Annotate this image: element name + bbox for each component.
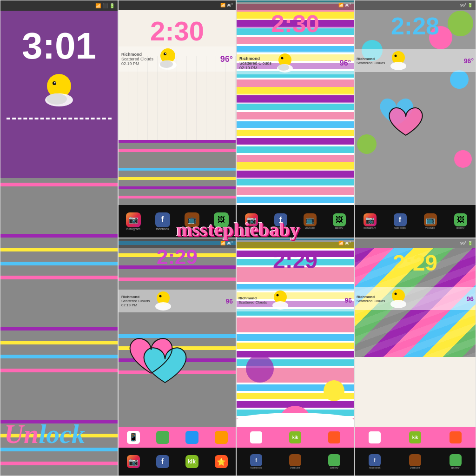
panel-3-top: 📶 96° 2:30 Richmond Scattered Clouds 02:… <box>236 0 354 238</box>
svg-point-11 <box>281 57 284 60</box>
unlock-text[interactable]: Unlock <box>4 421 85 448</box>
app-gall-p4b[interactable]: gallery <box>450 454 462 469</box>
app-gall-p3b[interactable]: gallery <box>328 454 340 469</box>
cloud-p3b <box>237 413 354 427</box>
fb-lbl-p4t: facebook <box>394 226 405 229</box>
svg-point-6 <box>164 53 166 55</box>
status-bar-p2b: 📶 96° <box>119 238 236 248</box>
phone-icon-p2b[interactable]: 📱 <box>127 431 140 444</box>
svg-point-13 <box>278 64 289 71</box>
time-p4b: 2:29 <box>355 250 476 276</box>
svg-point-24 <box>395 293 397 295</box>
instagram-icon: 📷 <box>126 212 141 227</box>
phone-p3b[interactable] <box>250 431 262 443</box>
app-fb-p4b[interactable]: f facebook <box>369 454 381 469</box>
tv-icon-p3b <box>289 454 301 466</box>
app-fb-p3b[interactable]: f facebook <box>250 454 262 469</box>
temp-p4b: 96 <box>466 295 474 303</box>
app-fb-p4t[interactable]: f facebook <box>394 213 407 229</box>
youtube-label: youtube <box>186 227 198 231</box>
lock-top: 3:01 <box>0 11 118 178</box>
app-p3b[interactable] <box>328 431 340 443</box>
status-icons-p4t: 96° 🔋 <box>460 3 473 7</box>
svg-point-22 <box>272 301 288 310</box>
svg-point-19 <box>155 302 171 311</box>
app-dock-p3b: f facebook youtube gallery <box>237 448 354 476</box>
insta-lbl-p3t: instagram <box>245 226 257 229</box>
app-instagram-p2t[interactable]: 📷 instagram <box>126 212 141 231</box>
tv-icon-p4t: 📺 <box>424 213 437 226</box>
city-p3t: Richmond <box>239 56 271 61</box>
app-insta-p2b[interactable]: 📷 <box>127 455 140 468</box>
status-bar-p2t: 📶 96° <box>119 0 236 10</box>
instagram-icon-p3t: 📷 <box>245 213 258 226</box>
pink-row-p2b: 📱 <box>119 427 236 448</box>
weather-p4b: Richmond Scattered Clouds 96 <box>355 287 476 310</box>
panel-4-bottom: 96° 🔋 2:29 Richmond Scattered Clouds 96 <box>354 238 476 476</box>
app-star-p2b[interactable]: ⭐ <box>215 455 228 468</box>
kik-p3b[interactable]: kik <box>289 431 301 443</box>
chick-p3t <box>273 53 297 73</box>
condition-p4t: Scattered Clouds <box>357 61 385 65</box>
app-insta-p3t[interactable]: 📷 instagram <box>245 213 258 229</box>
status-bar-p4t: 96° 🔋 <box>355 0 476 10</box>
facebook-icon: f <box>155 212 170 227</box>
app-dock-p2b: 📷 f kik ⭐ <box>119 448 236 476</box>
app-fb-p2b[interactable]: f <box>156 455 169 468</box>
app-tv-p2t[interactable]: 📺 youtube <box>185 212 199 231</box>
tv-icon: 📺 <box>185 212 199 227</box>
app-tv-p3t[interactable]: 📺 youtube <box>304 213 317 229</box>
phone-p4b[interactable] <box>369 431 381 443</box>
status-icons-p3b: 📶 96° <box>338 241 351 245</box>
app-extra-p4b[interactable] <box>450 431 462 443</box>
dot-yellow-p3b <box>324 380 344 401</box>
app-dock-p4t: 📷 instagram f facebook 📺 youtube 🖼 galle… <box>355 205 476 238</box>
app-tv-p4b[interactable]: youtube <box>409 454 421 469</box>
time-weather-p3t: 02:19 PM <box>239 66 271 70</box>
app-tv-p3b[interactable]: youtube <box>289 454 301 469</box>
status-icons-p2b: 📶 96° <box>220 241 233 245</box>
app-insta-p4t[interactable]: 📷 instagram <box>364 213 377 229</box>
app3-p2b[interactable] <box>185 431 198 444</box>
app-gall-p3t[interactable]: 🖼 gallery <box>333 213 346 229</box>
app-fb-p3t[interactable]: f facebook <box>274 213 287 229</box>
app-facebook-p2t[interactable]: f facebook <box>155 212 170 231</box>
beige-bottom <box>355 357 476 427</box>
tv-icon-p4b <box>409 454 421 466</box>
star-icon-p2b: ⭐ <box>215 455 228 468</box>
temp-p3t: 96° <box>340 59 351 67</box>
weather-p3b: Richmond Scattered Clouds 96 <box>237 289 354 311</box>
weather-info-p3t: Richmond Scattered Clouds 02:19 PM <box>239 56 271 70</box>
app-tv-p4t[interactable]: 📺 youtube <box>424 213 437 229</box>
status-bar-p3t: 📶 96° <box>237 0 354 10</box>
svg-point-18 <box>159 295 162 298</box>
app-gallery-p2t[interactable]: 🖼 gallery <box>214 212 229 231</box>
temp-p3b: 96 <box>344 297 352 304</box>
app-gall-p4t[interactable]: 🖼 gallery <box>454 213 467 229</box>
app-kik-p2b[interactable]: kik <box>185 455 198 468</box>
unlock-letter-l: l <box>39 419 46 449</box>
insta-lbl-p4t: instagram <box>364 226 376 229</box>
weather-info-p4b: Richmond Scattered Clouds <box>357 295 385 303</box>
facebook-icon-p3t: f <box>274 213 287 226</box>
fb-lbl-p3t: facebook <box>275 226 286 229</box>
weather-info-p4t: Richmond Scattered Clouds <box>357 57 385 65</box>
app4-p2b[interactable] <box>215 431 228 444</box>
gallery-label: gallery <box>216 227 226 231</box>
time-p3t: 2:30 <box>237 10 354 38</box>
gallery-icon-p4t: 🖼 <box>454 213 467 226</box>
chick-p2b <box>152 291 175 311</box>
status-bar-p3b: 📶 96° <box>237 238 354 248</box>
panel-4-top: 96° 🔋 2:28 Richmond Scattered Clouds 96° <box>354 0 476 238</box>
pink-bar-p4b: kik <box>355 427 476 448</box>
condition-p3t: Scattered Clouds <box>239 61 271 66</box>
kik-icon-p2b: kik <box>185 455 198 468</box>
svg-point-2 <box>54 82 56 84</box>
app2-p2b[interactable] <box>156 431 169 444</box>
lock-stripes: Unlock <box>0 178 118 476</box>
svg-point-4 <box>46 93 67 105</box>
chick-icon-p1 <box>38 72 80 109</box>
kik-p4b[interactable]: kik <box>409 431 421 443</box>
app-dock-p4b: f facebook youtube gallery <box>355 448 476 476</box>
temp-p4t: 96° <box>464 57 474 65</box>
